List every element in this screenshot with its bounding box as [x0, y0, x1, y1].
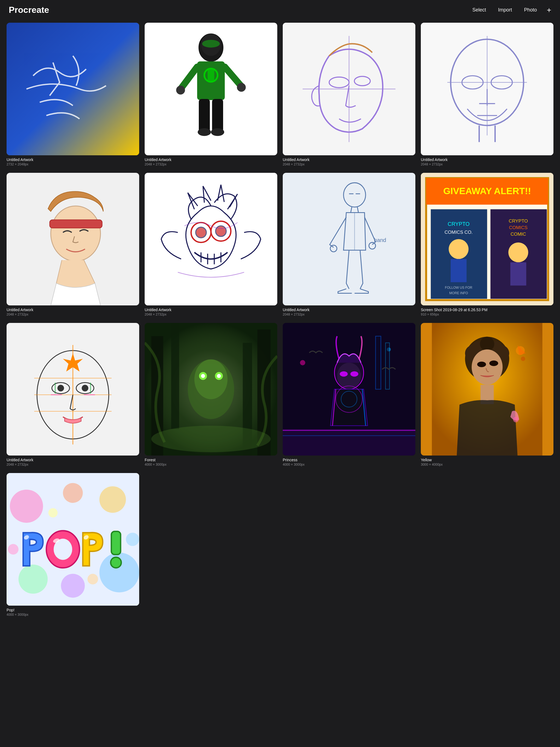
svg-point-143 — [8, 544, 19, 555]
svg-point-15 — [211, 128, 225, 136]
list-item[interactable]: GIVEAWAY ALERT!! CRYPTO COMICS CO. CRYPT… — [421, 173, 554, 316]
list-item[interactable]: Untitled Artwork 2048 × 2732px — [145, 173, 277, 316]
artwork-title: Untitled Artwork — [6, 157, 139, 162]
artwork-thumbnail — [6, 323, 139, 456]
svg-point-33 — [51, 206, 101, 261]
artwork-size: 2048 × 2732px — [6, 312, 139, 316]
svg-rect-68 — [510, 262, 526, 285]
list-item[interactable]: Untitled Artwork 2048 × 2732px — [421, 23, 554, 166]
artwork-thumbnail — [145, 323, 277, 456]
artwork-size: 4000 × 3000px — [283, 463, 415, 466]
artwork-thumbnail — [145, 173, 277, 305]
list-item[interactable]: Forest 4000 × 3000px — [145, 323, 277, 466]
list-item[interactable]: Princess 4000 × 3000px — [283, 323, 415, 466]
svg-point-134 — [63, 483, 83, 503]
artwork-thumbnail — [6, 173, 139, 305]
svg-point-117 — [521, 357, 525, 361]
list-item[interactable]: Untitled Artwork 2048 × 2732px — [6, 323, 139, 466]
artwork-thumbnail: hand — [283, 173, 415, 305]
list-item[interactable]: Pop! 4000 × 3000px — [6, 473, 139, 617]
svg-text:CRYPTO: CRYPTO — [448, 221, 469, 227]
artwork-size: 2048 × 2732px — [145, 162, 277, 166]
svg-point-146 — [87, 574, 98, 585]
svg-point-98 — [151, 426, 271, 452]
svg-point-110 — [340, 371, 348, 377]
svg-text:COMIC: COMIC — [510, 232, 526, 237]
svg-rect-101 — [283, 429, 415, 456]
add-button[interactable]: + — [547, 6, 551, 14]
svg-text:MORE INFO: MORE INFO — [449, 291, 468, 295]
svg-rect-13 — [212, 99, 223, 132]
svg-rect-106 — [376, 336, 381, 389]
artwork-thumbnail — [421, 323, 554, 456]
list-item[interactable]: Yellow 3000 × 4000px — [421, 323, 554, 466]
artwork-thumbnail — [283, 323, 415, 456]
list-item[interactable]: Untitled Artwork 2048 × 2732px — [283, 23, 415, 166]
artwork-thumbnail — [283, 23, 415, 155]
svg-point-97 — [217, 374, 221, 378]
artwork-title: Pop! — [6, 608, 139, 612]
import-button[interactable]: Import — [496, 6, 514, 14]
svg-point-124 — [472, 350, 503, 385]
list-item[interactable]: Untitled Artwork 2732 × 2048px — [6, 23, 139, 166]
artwork-title: Screen Shot 2019-08-29 at 6.26.53 PM — [421, 308, 554, 312]
artwork-gallery: Untitled Artwork 2732 × 2048px — [0, 20, 560, 627]
svg-point-93 — [195, 359, 228, 399]
artwork-title: Untitled Artwork — [283, 157, 415, 162]
artwork-title: Untitled Artwork — [283, 308, 415, 312]
artwork-title: Untitled Artwork — [145, 308, 277, 312]
svg-point-139 — [111, 557, 121, 568]
svg-rect-12 — [199, 99, 210, 132]
svg-rect-35 — [145, 173, 277, 305]
svg-point-61 — [449, 239, 469, 259]
svg-point-132 — [100, 486, 126, 513]
artwork-size: 4000 × 3000px — [6, 613, 139, 617]
artwork-thumbnail: GIVEAWAY ALERT!! CRYPTO COMICS CO. CRYPT… — [421, 173, 554, 305]
svg-point-130 — [10, 490, 43, 523]
artwork-size: 2048 × 2732px — [145, 312, 277, 316]
svg-point-109 — [337, 363, 361, 389]
svg-rect-62 — [451, 259, 466, 282]
svg-point-79 — [57, 385, 64, 391]
artwork-title: Untitled Artwork — [6, 458, 139, 462]
svg-rect-107 — [385, 343, 390, 389]
svg-rect-90 — [171, 323, 179, 429]
photo-button[interactable]: Photo — [522, 6, 539, 14]
artwork-thumbnail — [145, 23, 277, 155]
artwork-size: 2048 × 2732px — [421, 162, 554, 166]
svg-point-133 — [19, 565, 48, 594]
svg-point-128 — [513, 417, 518, 422]
artwork-thumbnail — [6, 23, 139, 155]
artwork-title: Untitled Artwork — [145, 157, 277, 162]
artwork-size: 2048 × 2732px — [283, 312, 415, 316]
svg-point-111 — [350, 371, 358, 377]
svg-text:COMICS: COMICS — [509, 225, 528, 230]
svg-text:COMICS CO.: COMICS CO. — [444, 230, 473, 235]
svg-point-126 — [489, 360, 498, 366]
svg-point-135 — [61, 574, 85, 598]
svg-text:FOLLOW US FOR: FOLLOW US FOR — [445, 286, 473, 289]
svg-rect-138 — [111, 531, 121, 555]
svg-point-123 — [480, 337, 494, 351]
artwork-size: 4000 × 3000px — [145, 463, 277, 466]
svg-text:hand: hand — [374, 237, 386, 243]
svg-point-4 — [202, 40, 220, 48]
svg-rect-7 — [207, 69, 214, 82]
list-item[interactable]: Untitled Artwork 2048 × 2732px — [6, 173, 139, 316]
svg-point-14 — [198, 128, 211, 136]
svg-point-39 — [215, 226, 226, 236]
svg-text:GIVEAWAY ALERT!!: GIVEAWAY ALERT!! — [443, 186, 531, 196]
svg-rect-44 — [294, 173, 404, 305]
artwork-title: Yellow — [421, 458, 554, 462]
svg-point-67 — [508, 242, 528, 262]
artwork-size: 2732 × 2048px — [6, 162, 139, 166]
svg-point-10 — [176, 85, 185, 94]
artwork-thumbnail — [6, 473, 139, 606]
svg-point-125 — [477, 361, 486, 367]
svg-point-38 — [196, 227, 206, 238]
list-item[interactable]: Untitled Artwork 2048 × 2732px — [145, 23, 277, 166]
select-button[interactable]: Select — [470, 6, 488, 14]
artwork-size: 910 × 656px — [421, 312, 554, 316]
list-item[interactable]: hand Untitled Artwork 2048 × 2732px — [283, 173, 415, 316]
svg-point-11 — [237, 83, 246, 92]
